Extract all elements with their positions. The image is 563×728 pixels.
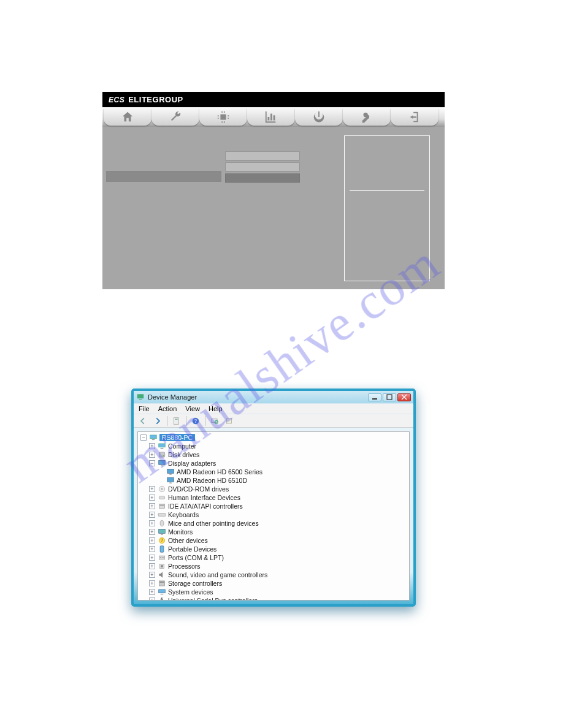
bios-body (102, 127, 445, 289)
gpu-icon (166, 477, 175, 484)
tree-node[interactable]: +Human Interface Devices (140, 493, 407, 502)
tree-node-label: Keyboards (168, 511, 199, 518)
device-manager-window: Device Manager File Action View Help ? −… (131, 389, 416, 607)
tree-node[interactable]: +IDE ATA/ATAPI controllers (140, 502, 407, 510)
bios-tab-home[interactable] (104, 108, 151, 126)
dvd-icon (158, 485, 166, 493)
window-title: Device Manager (148, 393, 197, 401)
bios-tab-security[interactable] (343, 108, 391, 126)
bios-tab-chipset[interactable] (199, 108, 247, 126)
bios-help-panel (344, 135, 430, 281)
window-titlebar[interactable]: Device Manager (134, 391, 413, 403)
expander-icon[interactable]: + (149, 443, 155, 449)
svg-rect-25 (159, 496, 164, 499)
svg-point-24 (161, 488, 163, 490)
tree-node[interactable]: +Universal Serial Bus controllers (140, 596, 407, 601)
toolbar-separator (167, 416, 167, 426)
cpu-icon (158, 563, 166, 570)
toolbar-update-button[interactable] (224, 415, 235, 427)
menu-action[interactable]: Action (158, 405, 177, 412)
expander-icon[interactable]: + (149, 495, 155, 501)
svg-rect-30 (159, 529, 166, 533)
tree-node-label: Processors (168, 563, 201, 570)
computer-icon (158, 442, 166, 450)
ports-icon (158, 554, 166, 561)
expander-icon[interactable]: + (149, 546, 155, 552)
tree-node[interactable]: +Monitors (140, 528, 407, 536)
bios-help-divider (350, 190, 424, 191)
expander-icon[interactable]: + (149, 537, 155, 544)
toolbar-scan-button[interactable] (209, 415, 220, 427)
expander-icon[interactable]: − (149, 460, 155, 466)
tree-node[interactable]: +Mice and other pointing devices (140, 519, 407, 528)
tree-node-label: AMD Radeon HD 6500 Series (177, 468, 262, 476)
expander-icon[interactable]: + (149, 580, 155, 586)
bios-tab-power[interactable] (295, 108, 343, 126)
expander-icon[interactable]: + (149, 452, 155, 458)
expander-icon[interactable]: + (149, 555, 155, 561)
tree-node[interactable]: −Display adapters (140, 459, 407, 468)
toolbar-separator (186, 416, 186, 426)
tree-node[interactable]: AMD Radeon HD 6510D (140, 476, 407, 485)
tree-node[interactable]: +Storage controllers (140, 579, 407, 588)
toolbar-props-button[interactable] (171, 415, 182, 427)
expander-icon[interactable]: + (149, 520, 155, 526)
tree-node[interactable]: +Computer (140, 442, 407, 450)
bios-header: ECS ELITEGROUP (102, 92, 445, 107)
expander-icon[interactable]: + (149, 529, 155, 535)
tree-node-label: Portable Devices (168, 545, 216, 553)
expander-icon[interactable]: + (149, 503, 155, 509)
kbd-icon (158, 511, 166, 518)
bios-tab-performance[interactable] (247, 108, 295, 126)
maximize-button[interactable] (383, 393, 396, 401)
tree-node[interactable]: +Keyboards (140, 510, 407, 519)
toolbar-separator (205, 416, 205, 426)
svg-rect-42 (159, 590, 166, 593)
minimize-button[interactable] (368, 393, 381, 401)
tree-node[interactable]: +Ports (COM & LPT) (140, 553, 407, 562)
nav-back-button[interactable] (137, 415, 148, 427)
tree-root[interactable]: − RS880-PC (140, 433, 407, 442)
scan-icon (210, 417, 219, 425)
home-icon (121, 110, 134, 124)
tree-node[interactable]: +DVD/CD-ROM drives (140, 485, 407, 493)
tree-node[interactable]: +Disk drives (140, 450, 407, 459)
menu-file[interactable]: File (139, 405, 150, 412)
bios-tab-exit[interactable] (391, 108, 439, 126)
bios-tab-tools[interactable] (151, 108, 199, 126)
computer-icon (149, 434, 158, 441)
tree-node[interactable]: +Sound, video and game controllers (140, 571, 407, 579)
tree-node[interactable]: AMD Radeon HD 6500 Series (140, 468, 407, 476)
svg-rect-22 (169, 483, 172, 483)
menu-bar: File Action View Help (134, 403, 413, 414)
close-button[interactable] (397, 393, 411, 401)
menu-view[interactable]: View (185, 405, 200, 412)
bios-brand-text: ELITEGROUP (128, 95, 183, 104)
tree-node[interactable]: +Processors (140, 562, 407, 571)
svg-rect-41 (160, 582, 164, 583)
expander-icon[interactable]: + (149, 563, 155, 569)
system-icon (158, 588, 166, 596)
tree-node[interactable]: +Portable Devices (140, 545, 407, 553)
device-tree[interactable]: − RS880-PC +Computer+Disk drives−Display… (137, 431, 410, 601)
svg-rect-27 (160, 505, 164, 506)
nav-forward-button[interactable] (152, 415, 163, 427)
tree-node[interactable]: +?Other devices (140, 536, 407, 545)
close-icon (401, 394, 407, 400)
svg-rect-26 (159, 504, 164, 509)
mouse-icon (158, 520, 166, 527)
expander-icon[interactable]: − (140, 434, 147, 441)
svg-rect-3 (387, 395, 392, 400)
tree-node-label: Disk drives (168, 451, 199, 458)
tree-node-label: Monitors (168, 528, 193, 536)
toolbar-help-button[interactable]: ? (190, 415, 201, 427)
expander-icon[interactable]: + (149, 512, 155, 518)
expander-icon[interactable]: + (149, 572, 155, 578)
tree-root-label: RS880-PC (159, 434, 195, 441)
tree-node[interactable]: +System devices (140, 588, 407, 596)
expander-icon[interactable]: + (149, 597, 155, 601)
menu-help[interactable]: Help (209, 405, 223, 412)
tree-node-label: IDE ATA/ATAPI controllers (168, 502, 243, 510)
expander-icon[interactable]: + (149, 486, 155, 492)
expander-icon[interactable]: + (149, 589, 155, 595)
